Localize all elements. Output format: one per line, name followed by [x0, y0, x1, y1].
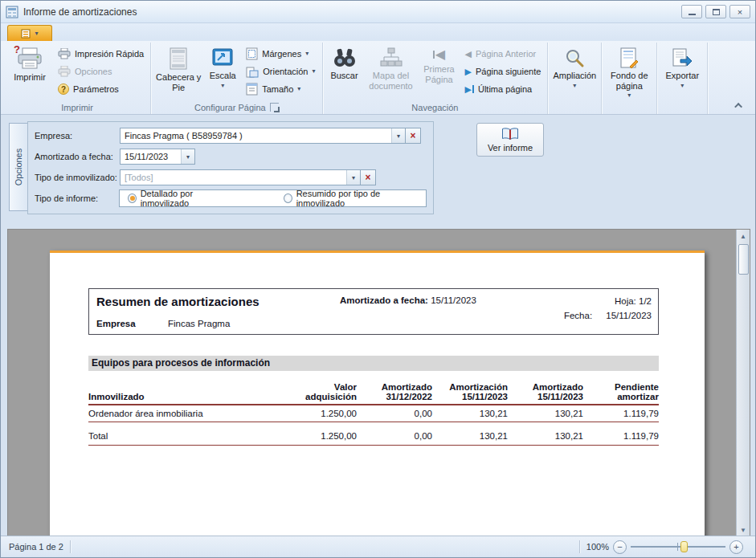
- fecha-dropdown-icon[interactable]: ▾: [181, 149, 194, 164]
- table-row: Ordenador área inmobiliaria 1.250,00 0,0…: [88, 405, 659, 422]
- close-button[interactable]: ×: [729, 5, 750, 18]
- last-page-button[interactable]: ▶ Última página: [461, 80, 546, 98]
- chevron-down-icon: ▾: [627, 93, 631, 98]
- margins-button[interactable]: Márgenes ▾: [242, 45, 319, 63]
- menu-icon: [21, 29, 31, 39]
- radio-resumido[interactable]: Resumido por tipo de inmovilizado: [284, 189, 418, 208]
- scrollbar-thumb[interactable]: [738, 244, 749, 275]
- empresa-clear-button[interactable]: ×: [406, 128, 421, 144]
- application-menu-button[interactable]: ▾: [7, 25, 52, 41]
- group-caption-imprimir-label: Imprimir: [61, 103, 93, 112]
- report-hoja-label: Hoja:: [615, 296, 636, 306]
- export-button[interactable]: Exportar ▾: [660, 43, 705, 100]
- fecha-datepicker[interactable]: 15/11/2023 ▾: [120, 149, 195, 165]
- document-map-icon: [380, 47, 403, 68]
- title-bar: Informe de amortizaciones ×: [1, 1, 755, 23]
- scale-button[interactable]: Escala ▾: [204, 43, 241, 100]
- header-footer-button[interactable]: Cabecera y Pie: [153, 43, 203, 100]
- search-binoculars-icon: [333, 47, 357, 68]
- zoom-in-button[interactable]: +: [729, 540, 743, 554]
- scroll-up-icon[interactable]: ▲: [738, 230, 750, 242]
- tipo-inmovilizado-row: Tipo de inmovilizado: [Todos] ▾ ×: [35, 169, 427, 186]
- options-side-tab[interactable]: Opciones: [9, 123, 28, 211]
- empresa-label: Empresa:: [35, 131, 120, 141]
- orientation-icon: [246, 65, 259, 78]
- ver-informe-button[interactable]: Ver informe: [476, 123, 544, 157]
- window-title: Informe de amortizaciones: [23, 6, 137, 18]
- group-caption-exportar: [660, 100, 705, 114]
- report-header-right: Hoja: 1/2 Fecha: 15/11/2023: [564, 294, 652, 323]
- chevron-down-icon: ▾: [35, 31, 38, 36]
- scroll-down-icon[interactable]: ▼: [738, 523, 750, 536]
- report-amortizado-value: 15/11/2023: [431, 295, 476, 305]
- empresa-combobox[interactable]: Fincas Pragma ( B58959784 ) ▾: [120, 128, 406, 144]
- page-background-button[interactable]: Fondo de página ▾: [604, 43, 654, 100]
- cell: Ordenador área inmobiliaria: [88, 409, 281, 418]
- tipo-inmovilizado-combobox[interactable]: [Todos] ▾: [120, 169, 361, 185]
- zoom-slider[interactable]: [631, 540, 725, 553]
- chevron-up-icon: [734, 103, 742, 111]
- tipo-inmovilizado-label: Tipo de inmovilizado:: [35, 173, 120, 182]
- report-header-box: Resumen de amortizaciones Amortizado a f…: [88, 288, 659, 335]
- first-page-label: Primera Página: [419, 64, 460, 84]
- group-caption-navegacion-label: Navegación: [411, 103, 458, 112]
- dialog-launcher-icon[interactable]: [270, 103, 279, 112]
- tipo-inmovilizado-clear-button[interactable]: ×: [361, 169, 376, 185]
- question-badge-icon: ?: [14, 44, 20, 56]
- maximize-button[interactable]: [705, 5, 726, 18]
- chevron-down-icon: ▾: [305, 51, 309, 56]
- ribbon-group-ampliacion: Ampliación ▾: [548, 43, 602, 114]
- cell: 130,21: [432, 431, 508, 441]
- report-hoja-value: 1/2: [639, 296, 652, 306]
- group-caption-navegacion: Navegación: [325, 100, 546, 114]
- orientation-button[interactable]: Orientación ▾: [242, 63, 319, 80]
- last-page-label: Última página: [478, 84, 532, 94]
- vertical-scrollbar[interactable]: ▲ ▼: [736, 230, 750, 536]
- search-label: Buscar: [330, 71, 358, 81]
- app-icon: [6, 6, 18, 18]
- first-page-button: ◀ Primera Página: [419, 43, 460, 100]
- cell: Total: [88, 431, 281, 441]
- page-background-icon: [619, 47, 639, 68]
- chevron-down-icon: ▾: [573, 83, 576, 88]
- empresa-dropdown-icon[interactable]: ▾: [391, 128, 405, 143]
- window-controls: ×: [678, 5, 750, 18]
- quick-print-button[interactable]: Impresión Rápida: [54, 45, 148, 63]
- parameters-button[interactable]: ? Parámetros: [54, 80, 148, 98]
- margins-label: Márgenes: [262, 49, 301, 59]
- print-button[interactable]: ? Imprimir: [6, 43, 53, 100]
- cell: 1.119,79: [583, 431, 659, 441]
- minimize-button[interactable]: [681, 5, 702, 18]
- radio-detallado[interactable]: Detallado por inmovilizado: [128, 189, 234, 208]
- radio-selected-icon: [128, 193, 137, 203]
- tipo-inmovilizado-dropdown-icon[interactable]: ▾: [346, 170, 360, 185]
- scale-icon: [211, 47, 234, 68]
- size-icon: [246, 83, 258, 96]
- table-total-row: Total 1.250,00 0,00 130,21 130,21 1.119,…: [88, 428, 659, 446]
- quick-print-label: Impresión Rápida: [75, 49, 144, 59]
- report-fecha-value: 15/11/2023: [606, 311, 652, 320]
- fecha-row: Amortizado a fecha: 15/11/2023 ▾: [35, 148, 427, 165]
- report-fecha-label: Fecha:: [564, 311, 592, 320]
- parameters-label: Parámetros: [73, 84, 119, 94]
- print-preview-area[interactable]: Resumen de amortizaciones Amortizado a f…: [7, 229, 750, 537]
- scale-label: Escala: [210, 71, 236, 81]
- size-button[interactable]: Tamaño ▾: [242, 80, 319, 98]
- collapse-ribbon-button[interactable]: [731, 100, 747, 112]
- report-title: Resumen de amortizaciones: [96, 295, 259, 308]
- zoom-slider-thumb[interactable]: [680, 541, 688, 552]
- statusbar-separator: [579, 540, 580, 553]
- radio-resumido-label: Resumido por tipo de inmovilizado: [296, 189, 418, 208]
- cell: 1.250,00: [281, 409, 357, 418]
- cell: 1.250,00: [281, 431, 357, 441]
- ribbon-tab-row: ▾: [1, 23, 755, 41]
- zoom-out-button[interactable]: −: [613, 540, 627, 554]
- col-header: Amortización 15/11/2023: [432, 382, 508, 401]
- next-page-button[interactable]: ▶ Página siguiente: [461, 63, 546, 80]
- close-icon: ×: [738, 7, 742, 17]
- parameters-icon: ?: [58, 83, 69, 95]
- search-button[interactable]: Buscar: [325, 43, 364, 100]
- zoom-button[interactable]: Ampliación ▾: [550, 43, 599, 100]
- header-footer-icon: [169, 47, 188, 70]
- document-map-label: Mapa del documento: [366, 71, 417, 91]
